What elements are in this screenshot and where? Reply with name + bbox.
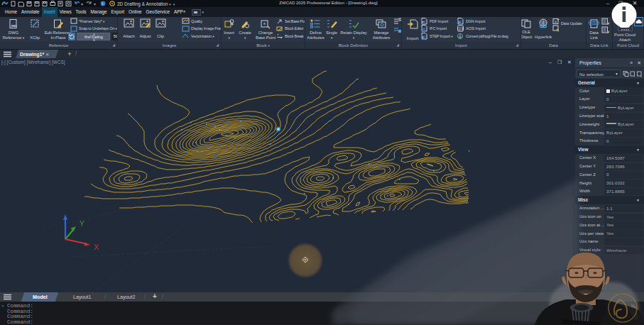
svg-text:▾: ▾ [94, 2, 96, 6]
svg-text:D: D [458, 20, 460, 23]
svg-text:DWG: DWG [11, 25, 16, 28]
svg-text:S: S [422, 35, 424, 38]
svg-text:I: I [422, 28, 422, 31]
svg-text:i: i [102, 1, 103, 6]
svg-text:▾: ▾ [81, 2, 83, 6]
svg-text:P: P [422, 20, 424, 23]
